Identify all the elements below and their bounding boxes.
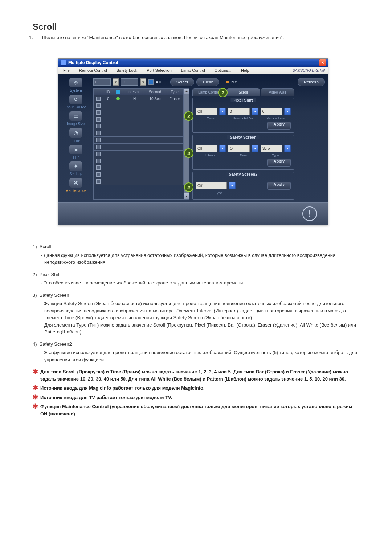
id-to-field[interactable]: 0 xyxy=(121,78,138,86)
id-from-dropdown[interactable] xyxy=(113,78,119,86)
chevron-down-icon[interactable] xyxy=(229,182,236,189)
cell-second: 10 Sec xyxy=(144,95,166,102)
safety-interval-select[interactable]: Off xyxy=(196,145,217,152)
table-row[interactable] xyxy=(94,171,184,178)
select-button[interactable]: Select xyxy=(170,78,194,86)
row-checkbox[interactable] xyxy=(96,117,101,122)
device-table: ID Interval Second Type 0 1 Hr 10 Sec xyxy=(93,88,189,200)
pip-icon: ▣ xyxy=(69,145,82,154)
row-checkbox[interactable] xyxy=(96,97,101,101)
table-row[interactable] xyxy=(94,164,184,171)
th-type[interactable]: Type xyxy=(166,89,184,95)
table-row[interactable] xyxy=(94,130,184,137)
table-row[interactable] xyxy=(94,123,184,130)
note-item: ✱Функция Maintenance Control (управление… xyxy=(33,403,359,417)
sidebar-item-settings[interactable]: ✦Settings xyxy=(61,161,90,176)
desc-title: Scroll xyxy=(40,244,52,249)
maintenance-icon: 🛠 xyxy=(69,178,82,188)
note-text: Источник ввода для MagicInfo работает то… xyxy=(40,385,205,392)
row-checkbox[interactable] xyxy=(96,110,101,115)
clear-button[interactable]: Clear xyxy=(196,78,219,86)
row-checkbox[interactable] xyxy=(96,103,101,108)
sidebar-item-time[interactable]: ◔Time xyxy=(61,128,90,143)
tab-scroll[interactable]: Scroll1 xyxy=(226,88,260,96)
sidebar-item-image-size[interactable]: ▭Image Size xyxy=(61,111,90,126)
apply-button[interactable]: Apply xyxy=(267,182,291,190)
apply-button[interactable]: Apply xyxy=(267,122,291,130)
chevron-down-icon[interactable] xyxy=(252,108,258,115)
table-row[interactable] xyxy=(94,109,184,116)
row-checkbox[interactable] xyxy=(96,124,101,128)
table-row[interactable] xyxy=(94,178,184,185)
row-checkbox[interactable] xyxy=(96,179,101,184)
row-checkbox[interactable] xyxy=(96,172,101,177)
chevron-down-icon[interactable] xyxy=(284,108,291,115)
menu-help[interactable]: Help xyxy=(236,67,254,74)
chevron-down-icon[interactable] xyxy=(219,145,226,152)
safety-type-select[interactable]: Scroll xyxy=(261,145,282,152)
table-row[interactable] xyxy=(94,116,184,123)
sidebar-item-pip[interactable]: ▣PIP xyxy=(61,145,90,159)
safety-time-select[interactable]: Off xyxy=(228,145,249,152)
menu-lamp-control[interactable]: Lamp Control xyxy=(176,67,210,74)
scroll-up-button[interactable] xyxy=(184,89,189,94)
desc-body: - Эта функция используется для предотвра… xyxy=(44,349,359,363)
sidebar-item-system[interactable]: ⚙System xyxy=(61,78,90,93)
chevron-down-icon[interactable] xyxy=(219,108,226,115)
chevron-down-icon[interactable] xyxy=(252,145,258,152)
caption: Type xyxy=(261,153,291,157)
row-checkbox[interactable] xyxy=(96,131,101,135)
safety2-type-select[interactable]: Off xyxy=(196,182,227,189)
menu-options[interactable]: Options... xyxy=(210,67,236,74)
row-checkbox[interactable] xyxy=(96,159,101,163)
sidebar-item-maintenance[interactable]: 🛠Maintenance xyxy=(61,178,90,193)
table-row[interactable] xyxy=(94,151,184,157)
th-second[interactable]: Second xyxy=(144,89,166,95)
sidebar-item-label: Input Source xyxy=(66,105,86,109)
note-text: Для типа Scroll (Прокрутка) и Time (Врем… xyxy=(40,368,359,382)
sidebar: ⚙System ↺Input Source ▭Image Size ◔Time … xyxy=(58,74,93,202)
brand-label: SAMSUNG DIGITall xyxy=(293,69,328,73)
refresh-button[interactable]: Refresh xyxy=(298,78,325,86)
star-icon: ✱ xyxy=(33,368,38,382)
group-title: Safety Screen xyxy=(227,135,260,139)
desc-title: Safety Screen xyxy=(40,292,69,298)
table-row[interactable] xyxy=(94,102,184,109)
desc-num: 3) xyxy=(33,292,37,298)
table-row[interactable]: 0 1 Hr 10 Sec Eraser xyxy=(94,95,184,102)
pixel-shift-vline-select[interactable]: 0 xyxy=(261,108,282,115)
row-checkbox[interactable] xyxy=(96,165,101,170)
close-button[interactable]: × xyxy=(319,59,326,66)
table-row[interactable] xyxy=(94,157,184,164)
id-to-dropdown[interactable] xyxy=(140,78,146,86)
th-check[interactable] xyxy=(94,89,103,95)
th-id[interactable]: ID xyxy=(103,89,113,95)
table-row[interactable] xyxy=(94,144,184,151)
th-interval[interactable]: Interval xyxy=(123,89,144,95)
table-row[interactable] xyxy=(94,137,184,144)
menu-file[interactable]: File xyxy=(58,67,74,74)
row-checkbox[interactable] xyxy=(96,145,101,149)
scroll-down-button[interactable] xyxy=(184,193,189,199)
all-checkbox[interactable] xyxy=(148,79,154,85)
row-checkbox[interactable] xyxy=(96,152,101,156)
row-checkbox[interactable] xyxy=(96,138,101,142)
menu-safety-lock[interactable]: Safety Lock xyxy=(112,67,142,74)
chevron-down-icon[interactable] xyxy=(284,145,291,152)
id-from-field[interactable]: 0 xyxy=(93,78,111,86)
titlebar: Multiple Display Control × xyxy=(58,59,328,67)
menu-remote-control[interactable]: Remote Control xyxy=(74,67,112,74)
pixel-shift-hdot-select[interactable]: 0 xyxy=(228,108,249,115)
menu-port-selection[interactable]: Port Selection xyxy=(142,67,176,74)
pixel-shift-time-select[interactable]: Off xyxy=(196,108,217,115)
apply-button[interactable]: Apply xyxy=(267,159,291,167)
note-item: ✱Источник ввода для MagicInfo работает т… xyxy=(33,385,359,392)
caption: Horizontal Dot xyxy=(228,116,258,120)
sidebar-item-label: Settings xyxy=(69,172,82,176)
sidebar-item-input-source[interactable]: ↺Input Source xyxy=(61,95,90,109)
desc-title: Pixel Shift xyxy=(40,272,61,277)
tab-video-wall[interactable]: Video Wall xyxy=(261,88,294,96)
sidebar-item-label: PIP xyxy=(73,155,79,159)
desc-body: - Функция Safety Screen (Экран безопасно… xyxy=(44,300,359,336)
th-status[interactable] xyxy=(113,89,123,95)
